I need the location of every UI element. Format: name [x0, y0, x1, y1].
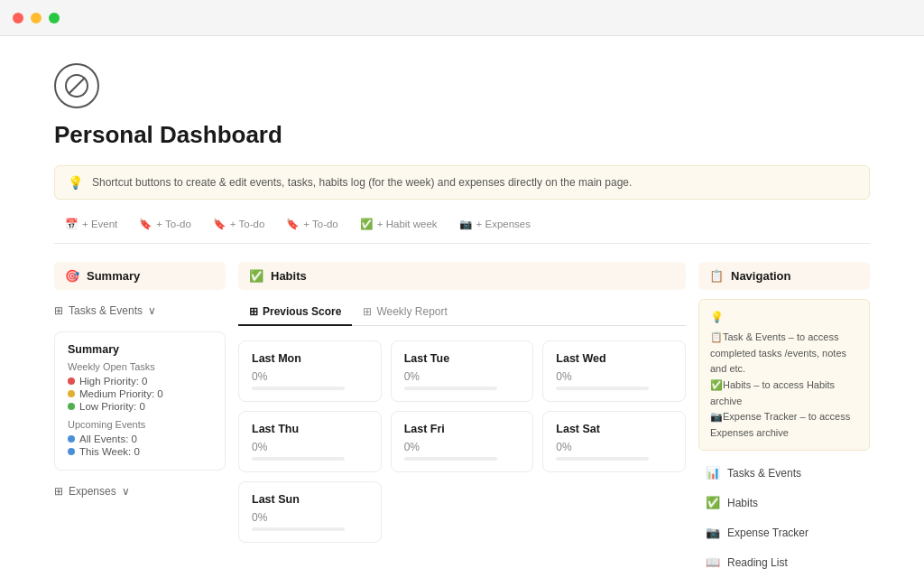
weekly-report-icon: ⊞ [363, 305, 372, 318]
score-label-wed: Last Wed [556, 352, 672, 365]
todo-shortcut-button-1[interactable]: 🔖 + To-do [128, 214, 201, 234]
reading-list-nav-icon: 📖 [706, 555, 720, 569]
low-priority-row: Low Priority: 0 [68, 401, 212, 412]
score-pct-tue: 0% [404, 370, 521, 383]
info-banner-text: Shortcut buttons to create & edit events… [92, 176, 632, 189]
score-pct-sun: 0% [252, 511, 368, 524]
medium-priority-text: Medium Priority: 0 [79, 388, 163, 399]
all-events-text: All Events: 0 [79, 434, 137, 444]
summary-box-title: Summary [68, 343, 212, 356]
score-pct-mon: 0% [252, 370, 368, 383]
expenses-shortcut-button[interactable]: 📷 + Expenses [448, 214, 541, 234]
tab-weekly-report[interactable]: ⊞ Weekly Report [352, 299, 457, 326]
low-priority-dot [68, 403, 75, 410]
summary-section-label: Summary [87, 269, 140, 283]
this-week-text: This Week: 0 [79, 446, 140, 457]
shortcut-bar: 📅 + Event 🔖 + To-do 🔖 + To-do 🔖 + To-do … [54, 214, 870, 244]
tasks-events-nav-icon: 📊 [706, 466, 720, 480]
todo-icon-3: 🔖 [286, 218, 299, 230]
high-priority-dot [68, 378, 75, 385]
habits-section: ✅ Habits ⊞ Previous Score ⊞ Weekly Repor… [238, 262, 686, 543]
main-content: Personal Dashboard 💡 Shortcut buttons to… [0, 36, 924, 578]
nav-item-tasks-events[interactable]: 📊 Tasks & Events [698, 460, 870, 486]
reading-list-nav-label: Reading List [727, 556, 788, 569]
habit-label: + Habit week [377, 219, 438, 229]
event-shortcut-button[interactable]: 📅 + Event [54, 214, 128, 234]
nav-item-reading-list[interactable]: 📖 Reading List [698, 549, 870, 575]
prev-score-icon: ⊞ [249, 305, 258, 318]
score-grid: Last Mon 0% Last Tue 0% Last Wed 0% [238, 340, 686, 543]
summary-section-header: 🎯 Summary [54, 262, 226, 290]
todo-label-3: + To-do [303, 219, 337, 229]
todo-shortcut-button-2[interactable]: 🔖 + To-do [202, 214, 275, 234]
todo-label-2: + To-do [230, 219, 264, 229]
tasks-events-header[interactable]: ⊞ Tasks & Events ∨ [54, 299, 226, 322]
score-card-mon: Last Mon 0% [238, 340, 382, 402]
habits-icon: ✅ [249, 269, 263, 283]
weekly-report-label: Weekly Report [376, 305, 447, 318]
score-label-tue: Last Tue [404, 352, 521, 365]
prev-score-label: Previous Score [263, 305, 341, 318]
expenses-grid-icon: ⊞ [54, 485, 63, 498]
upcoming-events-label: Upcoming Events [68, 419, 212, 430]
minimize-button[interactable] [31, 13, 42, 23]
event-shortcut-label: + Event [82, 219, 117, 229]
app-logo [54, 63, 99, 108]
right-panel: 📋 Navigation 💡 📋Task & Events – to acces… [698, 262, 870, 578]
habits-label: Habits [271, 269, 307, 283]
score-card-sat: Last Sat 0% [542, 411, 686, 472]
score-bar-sat [556, 457, 649, 461]
score-bar-mon [252, 387, 345, 390]
score-label-fri: Last Fri [404, 423, 521, 435]
navigation-label: Navigation [731, 269, 790, 283]
all-events-dot [68, 435, 75, 443]
titlebar [0, 0, 924, 36]
score-label-mon: Last Mon [252, 352, 368, 365]
three-column-layout: 🎯 Summary ⊞ Tasks & Events ∨ Summary Wee… [54, 262, 870, 578]
tasks-events-grid-icon: ⊞ [54, 304, 63, 317]
nav-item-habits[interactable]: ✅ Habits [698, 489, 870, 516]
todo-shortcut-button-3[interactable]: 🔖 + To-do [275, 214, 348, 234]
nav-info-line-1: 📋Task & Events – to access completed tas… [710, 331, 846, 374]
todo-icon-1: 🔖 [139, 218, 152, 230]
nav-item-expense-tracker[interactable]: 📷 Expense Tracker [698, 519, 870, 545]
habit-week-shortcut-button[interactable]: ✅ + Habit week [349, 214, 448, 234]
high-priority-row: High Priority: 0 [68, 376, 212, 387]
score-label-thu: Last Thu [252, 423, 368, 435]
expenses-header[interactable]: ⊞ Expenses ∨ [54, 480, 226, 503]
maximize-button[interactable] [49, 13, 60, 23]
score-bar-thu [252, 457, 345, 461]
close-button[interactable] [13, 13, 23, 23]
habit-icon: ✅ [360, 218, 373, 230]
navigation-section-header: 📋 Navigation [698, 262, 870, 290]
expense-tracker-nav-icon: 📷 [706, 526, 720, 539]
tasks-events-chevron: ∨ [148, 304, 156, 317]
tasks-events-nav-label: Tasks & Events [727, 467, 801, 480]
score-label-sun: Last Sun [252, 493, 368, 506]
tab-previous-score[interactable]: ⊞ Previous Score [238, 299, 352, 326]
bulb-icon: 💡 [68, 175, 83, 190]
todo-label-1: + To-do [156, 219, 190, 229]
weekly-open-tasks-label: Weekly Open Tasks [68, 361, 212, 372]
habits-tabs: ⊞ Previous Score ⊞ Weekly Report [238, 299, 686, 326]
habits-nav-label: Habits [727, 497, 758, 509]
score-label-sat: Last Sat [556, 423, 672, 435]
expenses-chevron: ∨ [122, 485, 130, 498]
this-week-dot [68, 448, 75, 455]
nav-info-box: 💡 📋Task & Events – to access completed t… [698, 299, 870, 451]
summary-icon: 🎯 [65, 269, 79, 283]
score-bar-fri [404, 457, 497, 461]
score-pct-wed: 0% [556, 370, 672, 383]
score-pct-fri: 0% [404, 441, 521, 453]
nav-bulb-icon: 💡 [710, 309, 858, 326]
expenses-nav-label: Expenses [69, 485, 116, 498]
navigation-icon: 📋 [709, 269, 724, 283]
score-bar-wed [556, 387, 649, 390]
medium-priority-dot [68, 390, 75, 397]
event-shortcut-icon: 📅 [65, 218, 78, 230]
score-pct-thu: 0% [252, 441, 368, 453]
nav-list: 📊 Tasks & Events ✅ Habits 📷 Expense Trac… [698, 460, 870, 575]
all-events-row: All Events: 0 [68, 434, 212, 444]
habits-nav-icon: ✅ [706, 496, 720, 509]
expenses-label: + Expenses [476, 219, 531, 229]
